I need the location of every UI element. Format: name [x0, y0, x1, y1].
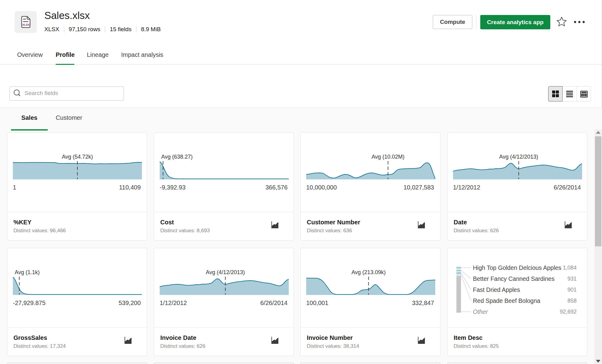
svg-text:XLSX: XLSX [22, 23, 30, 26]
